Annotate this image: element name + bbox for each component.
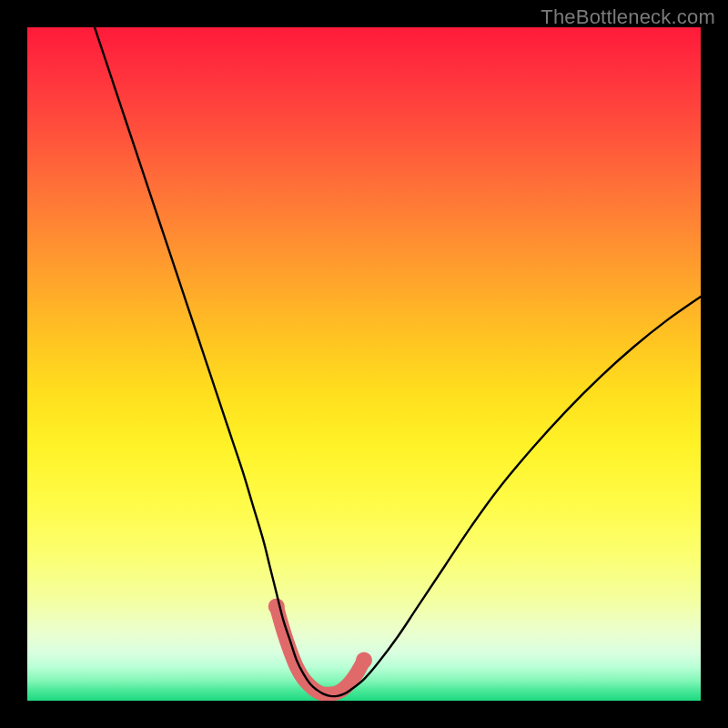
plot-area bbox=[27, 27, 701, 701]
curve-svg bbox=[27, 27, 701, 701]
highlight-dot-end bbox=[356, 652, 372, 669]
chart-frame: TheBottleneck.com bbox=[0, 0, 728, 728]
highlight-band bbox=[277, 606, 364, 694]
bottleneck-curve bbox=[95, 27, 701, 696]
watermark-text: TheBottleneck.com bbox=[541, 5, 715, 29]
